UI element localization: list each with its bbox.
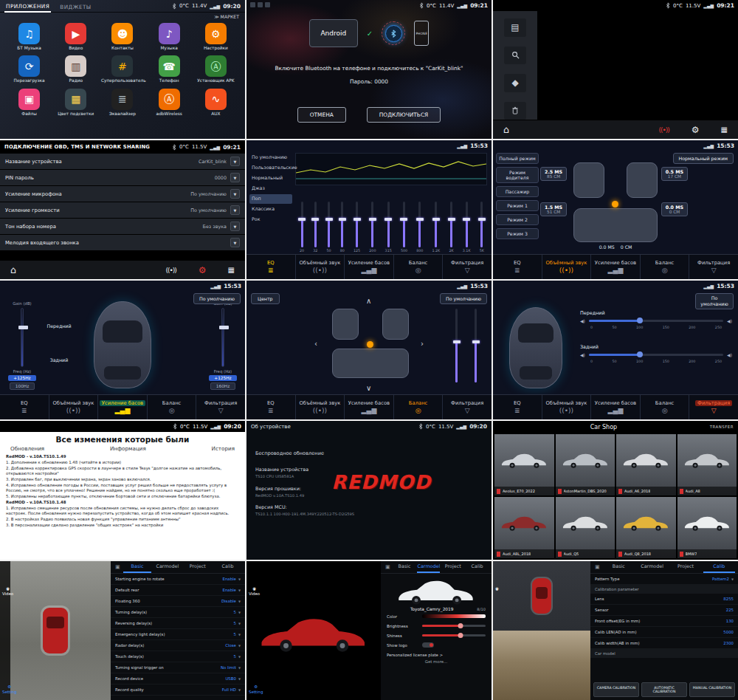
app-shortcut[interactable]: ▥ Радио bbox=[52, 55, 99, 83]
slider-knob[interactable] bbox=[339, 218, 346, 221]
app-shortcut[interactable]: ∿ AUX bbox=[193, 89, 239, 116]
settings-row[interactable]: Radar delay(s) Close▼ bbox=[111, 640, 245, 651]
slider-knob[interactable] bbox=[458, 623, 463, 628]
setting-value[interactable]: Enable▼ bbox=[223, 588, 241, 592]
eq-band-slider[interactable] bbox=[403, 202, 405, 247]
grid-icon[interactable]: ▦ bbox=[228, 266, 235, 274]
eq-band-slider[interactable] bbox=[418, 202, 421, 247]
settings-tab[interactable]: Calib bbox=[466, 561, 489, 573]
car-card[interactable]: Aeolus_E70_2022 bbox=[494, 434, 554, 495]
freq-chip-selected[interactable]: +125Hz bbox=[8, 375, 35, 381]
settings-row[interactable]: Мелодия входящего звонка ▼ bbox=[0, 235, 245, 250]
audio-tab[interactable]: Фильтрация ▽ bbox=[689, 255, 738, 279]
brush-icon[interactable]: ◆ bbox=[504, 74, 526, 92]
rear-bench[interactable] bbox=[573, 208, 658, 242]
color-slider[interactable] bbox=[422, 614, 486, 618]
app-shortcut[interactable]: ♪ Музыка bbox=[146, 23, 193, 50]
app-shortcut[interactable]: ≣ Эквалайзер bbox=[99, 89, 145, 116]
parameter-row[interactable]: Front offset(EG in mm) 130 bbox=[590, 616, 738, 627]
settings-row[interactable]: Record device USB0▼ bbox=[111, 673, 245, 684]
audio-tab[interactable]: Баланс ◎ bbox=[394, 255, 444, 279]
default-button[interactable]: По умолчанию bbox=[695, 293, 734, 309]
show-logo-toggle[interactable] bbox=[422, 642, 434, 648]
audio-tab[interactable]: Объёмный звук ((•)) bbox=[296, 395, 345, 419]
default-button[interactable]: По умолчанию bbox=[440, 293, 487, 304]
setting-value[interactable]: No limit▼ bbox=[221, 665, 241, 670]
settings-row[interactable]: Floating 360 Disable▼ bbox=[111, 596, 245, 607]
broadcast-icon[interactable]: ((•)) bbox=[658, 126, 669, 134]
settings-row[interactable]: Turning signal trigger on No limit▼ bbox=[111, 662, 245, 673]
calibration-button[interactable]: MANUAL CALIBRATION bbox=[689, 682, 735, 697]
tab-updates[interactable]: Обновления bbox=[10, 445, 44, 452]
freq-chip[interactable]: 100Hz bbox=[10, 382, 35, 390]
tab-apps[interactable]: ПРИЛОЖЕНИЯ bbox=[4, 0, 51, 13]
eq-preset-item[interactable]: Классика bbox=[249, 205, 292, 214]
eq-band-slider[interactable] bbox=[301, 202, 303, 247]
edit-list-icon[interactable]: ▤ bbox=[504, 18, 526, 37]
arrow-down-icon[interactable]: ∨ bbox=[366, 384, 371, 392]
eq-band-slider[interactable] bbox=[387, 202, 390, 247]
transfer-button[interactable]: TRANSFER bbox=[710, 425, 734, 429]
audio-tab[interactable]: Усиление басов ▂▄▆ bbox=[98, 395, 148, 419]
app-shortcut[interactable]: ☻ Контакты bbox=[99, 23, 145, 50]
eq-band-slider[interactable] bbox=[450, 202, 452, 247]
car-card[interactable]: Audi_Q5 bbox=[556, 497, 615, 558]
listening-mode-button[interactable]: Пассажир bbox=[496, 186, 539, 197]
gain-slider[interactable] bbox=[221, 308, 224, 367]
audio-tab[interactable]: Объёмный звук ((•)) bbox=[542, 395, 592, 419]
dropdown-icon[interactable]: ▼ bbox=[230, 189, 240, 199]
driver-seat[interactable] bbox=[332, 309, 359, 340]
settings-tab[interactable]: Basic bbox=[123, 561, 152, 573]
dropdown-icon[interactable]: ▼ bbox=[230, 205, 240, 215]
audio-tab[interactable]: Усиление басов ▂▄▆ bbox=[345, 255, 394, 279]
audio-tab[interactable]: Усиление басов ▂▄▆ bbox=[591, 395, 641, 419]
eq-band-slider[interactable] bbox=[435, 202, 437, 247]
audio-tab[interactable]: Объёмный звук ((•)) bbox=[296, 255, 345, 279]
listening-mode-button[interactable]: Режим 2 bbox=[496, 214, 539, 225]
normal-mode-button[interactable]: Нормальный режим bbox=[673, 153, 734, 164]
audio-tab[interactable]: Усиление басов ▂▄▆ bbox=[345, 395, 394, 419]
get-more-link[interactable]: Get more... bbox=[381, 659, 492, 664]
eq-preset-item[interactable]: Пользовательские bbox=[249, 163, 292, 173]
slider-knob[interactable] bbox=[325, 218, 333, 221]
settings-row[interactable]: Turning delay(s) 5▼ bbox=[111, 607, 245, 618]
slider-knob[interactable] bbox=[311, 218, 319, 221]
settings-row[interactable]: Starting engine to rotate Enable▼ bbox=[111, 574, 245, 585]
slider-knob[interactable] bbox=[416, 218, 424, 221]
tab-information[interactable]: Информация bbox=[110, 445, 146, 452]
video-button[interactable]: ◉ bbox=[495, 586, 499, 591]
audio-tab[interactable]: Фильтрация ▽ bbox=[443, 395, 492, 419]
app-shortcut[interactable]: Ⓐ Установщик APK bbox=[193, 55, 239, 83]
parameter-value[interactable]: 8255 bbox=[723, 597, 734, 601]
driver-seat[interactable] bbox=[573, 162, 604, 198]
gear-icon[interactable]: ⚙ bbox=[199, 265, 206, 275]
setting-value[interactable]: Full HD▼ bbox=[222, 687, 241, 692]
settings-tab[interactable]: Basic bbox=[603, 561, 635, 573]
dropdown-icon[interactable]: ▼ bbox=[230, 238, 240, 247]
settings-row[interactable]: Record quality Full HD▼ bbox=[111, 684, 245, 696]
front-filter-slider[interactable] bbox=[589, 320, 723, 322]
settings-row[interactable]: Название устройства CarKit_blink ▼ bbox=[0, 154, 245, 169]
settings-tab[interactable]: Project bbox=[183, 561, 212, 573]
parameter-row[interactable]: Lens 8255 bbox=[590, 594, 738, 605]
app-shortcut[interactable]: ▶ Видео bbox=[52, 23, 99, 50]
slider-knob[interactable] bbox=[400, 218, 407, 221]
settings-tab[interactable]: Project bbox=[669, 561, 701, 573]
freq-chip-selected[interactable]: +125Hz bbox=[209, 375, 236, 381]
audio-tab[interactable]: Фильтрация ▽ bbox=[689, 395, 738, 419]
default-button[interactable]: По умолчанию bbox=[193, 293, 241, 304]
listening-mode-button[interactable]: Режим 1 bbox=[496, 200, 539, 211]
rear-bench[interactable] bbox=[332, 349, 409, 378]
listening-mode-button[interactable]: Режим водителя bbox=[496, 167, 539, 183]
dropdown-icon[interactable]: ▼ bbox=[230, 222, 240, 231]
setting-button[interactable]: ⚙ Setting bbox=[2, 684, 16, 694]
grid-icon[interactable]: ▦ bbox=[721, 126, 728, 134]
parameter-row[interactable]: Calib LEN(AD in mm) 5000 bbox=[590, 627, 738, 638]
car-card[interactable]: AstonMartin_DBS_2020 bbox=[556, 434, 615, 495]
audio-tab[interactable]: EQ ≣ bbox=[493, 255, 542, 279]
cancel-button[interactable]: ОТМЕНА bbox=[297, 107, 346, 123]
video-button[interactable]: ◉ Video bbox=[249, 586, 260, 596]
settings-row[interactable]: Default rear Enable▼ bbox=[111, 585, 245, 596]
car-card[interactable]: Audi_A8L_2018 bbox=[494, 497, 554, 558]
settings-row[interactable]: Усиление громкости По умолчанию ▼ bbox=[0, 202, 245, 218]
